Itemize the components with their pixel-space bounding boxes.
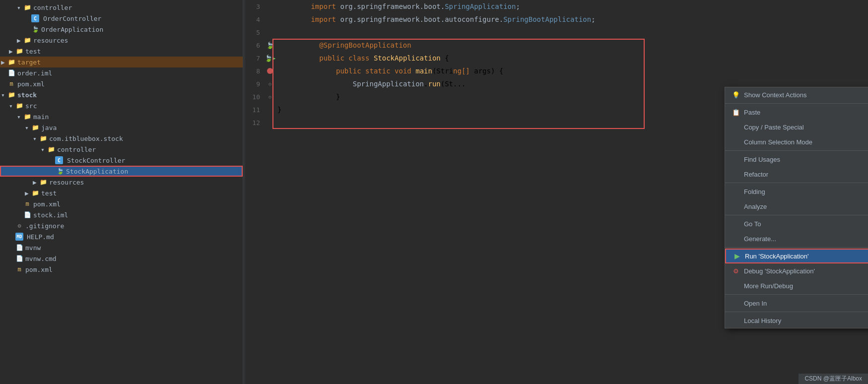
sidebar-item-test-order[interactable]: ▶ 📁 test [0,46,243,57]
line-gutter: 🍃 ▶ [265,55,275,62]
menu-item-paste[interactable]: 📋 Paste Ctrl+V [725,105,868,120]
folder-icon: 📁 [31,124,39,131]
menu-label: More Run/Debug [744,282,868,290]
sidebar-item-stock-application[interactable]: 🍃 StockApplication [0,166,243,177]
menu-separator [725,294,868,295]
menu-label: Paste [744,109,868,116]
spacer [8,256,14,261]
menu-separator [725,103,868,104]
sidebar-item-label: pom.xml [33,200,61,208]
spring-gutter-icon: 🍃 [266,42,274,49]
sidebar-item-label: target [17,59,41,66]
menu-item-local-history[interactable]: Local History › [725,313,868,328]
line-gutter [265,68,275,74]
sidebar-item-label: StockApplication [66,168,128,175]
sidebar-item-pom-xml-1[interactable]: m pom.xml [0,78,243,89]
spring-icon: 🍃 [56,167,64,175]
menu-item-run-stock[interactable]: ▶ Run 'StockApplication' Ctrl+Shift+F10 [725,249,868,263]
file-tree: ▾ 📁 controller C OrderController 🍃 Order… [0,0,243,384]
line-number: 3 [245,3,265,10]
folder-icon: 📁 [31,189,39,197]
menu-separator [725,183,868,183]
menu-item-open-in[interactable]: Open In › [725,296,868,311]
folder-icon: 📁 [39,178,47,186]
sidebar-item-target[interactable]: ▶ 📁 target [0,57,243,67]
gitignore-icon: ⚙ [15,222,23,230]
menu-label: Copy / Paste Special [744,124,868,131]
folder-icon: 📁 [15,47,23,55]
menu-label: Find Usages [744,156,868,163]
sidebar-item-pom-xml-root[interactable]: m pom.xml [0,264,243,275]
folder-icon: 📁 [15,102,23,110]
line-number: 6 [245,42,265,49]
menu-item-generate[interactable]: Generate... Alt+Insert [725,231,868,246]
menu-item-more-run-debug[interactable]: More Run/Debug › [725,278,868,293]
spacer [8,266,14,272]
sidebar-item-label: controller [33,4,72,11]
sidebar-item-order-controller[interactable]: C OrderController [0,13,243,24]
sidebar-item-stock[interactable]: ▾ 📁 stock [0,89,243,100]
spacer [16,201,22,207]
lightbulb-icon: 💡 [731,91,741,99]
sidebar-item-controller-parent[interactable]: ▾ 📁 controller [0,2,243,13]
sidebar-item-help-md[interactable]: MD HELP.md [0,231,243,242]
sidebar-item-resources-order[interactable]: ▶ 📁 resources [0,35,243,46]
sidebar-item-label: controller [57,146,96,153]
chevron-icon: ▶ [16,37,22,43]
sidebar-item-resources-stock[interactable]: ▶ 📁 resources [0,177,243,188]
menu-item-refactor[interactable]: Refactor › [725,167,868,182]
sidebar-item-controller-stock[interactable]: ▾ 📁 controller [0,144,243,155]
sidebar-item-label: src [25,102,37,110]
sidebar-item-java[interactable]: ▾ 📁 java [0,122,243,133]
spacer [0,81,6,87]
spring-run-icon: 🍃 [265,55,272,62]
sidebar-item-mvnw-cmd[interactable]: 📄 mvnw.cmd [0,253,243,264]
spacer [16,212,22,218]
sidebar-item-stock-iml[interactable]: 📄 stock.iml [0,209,243,220]
sidebar-item-stock-controller[interactable]: C StockController [0,155,243,166]
sidebar-item-com-itbluebox-stock[interactable]: ▾ 📁 com.itbluebox.stock [0,133,243,144]
sidebar-item-label: stock.iml [33,211,68,219]
sidebar-item-label: java [41,124,57,131]
context-menu: 💡 Show Context Actions Alt+Enter 📋 Paste… [725,87,868,328]
menu-label: Refactor [744,171,868,178]
debug-icon: ⚙ [731,267,741,275]
spacer [49,168,55,174]
line-number: 9 [245,80,265,88]
xml-icon: m [15,265,23,273]
menu-item-folding[interactable]: Folding › [725,184,868,199]
menu-item-find-usages[interactable]: Find Usages Alt+F7 [725,152,868,167]
sidebar-item-pom-xml-stock[interactable]: m pom.xml [0,198,243,209]
sidebar-item-main[interactable]: ▾ 📁 main [0,111,243,122]
sidebar-item-label: OrderApplication [41,26,103,33]
status-bar: CSDN @蓝匣子Albox [799,374,868,384]
paste-icon: 📋 [731,109,741,116]
sidebar-item-gitignore[interactable]: ⚙ .gitignore [0,220,243,231]
sidebar-item-mvnw[interactable]: 📄 mvnw [0,242,243,253]
sidebar-item-order-application[interactable]: 🍃 OrderApplication [0,24,243,35]
menu-label: Go To [744,220,868,228]
xml-icon: m [7,80,15,88]
menu-label: Generate... [744,235,868,243]
code-editor: 3 import org.springframework.boot.Spring… [243,0,868,384]
menu-item-column-selection[interactable]: Column Selection Mode Alt+Shift+Insert [725,134,868,149]
line-gutter: 🍃 [265,42,275,49]
folder-icon: 📁 [23,3,31,11]
menu-separator [725,215,868,215]
sidebar-item-test-stock[interactable]: ▶ 📁 test [0,188,243,198]
fold-icon: ⊖ [268,81,271,87]
sidebar-item-label: stock [17,91,37,99]
menu-item-copy-paste-special[interactable]: Copy / Paste Special › [725,120,868,134]
run-icon: ▶ [732,253,742,260]
menu-item-debug-stock[interactable]: ⚙ Debug 'StockApplication' [725,263,868,278]
menu-item-go-to[interactable]: Go To › [725,216,868,231]
menu-separator [725,312,868,312]
code-line-4: 4 import org.springframework.boot.autoco… [245,13,868,26]
menu-item-show-context-actions[interactable]: 💡 Show Context Actions Alt+Enter [725,87,868,102]
folder-icon: 📁 [23,36,31,44]
sidebar-item-src[interactable]: ▾ 📁 src [0,100,243,111]
menu-item-analyze[interactable]: Analyze › [725,199,868,214]
folder-orange-icon: 📁 [7,58,15,66]
spacer [8,234,14,240]
sidebar-item-order-iml[interactable]: 📄 order.iml [0,67,243,78]
